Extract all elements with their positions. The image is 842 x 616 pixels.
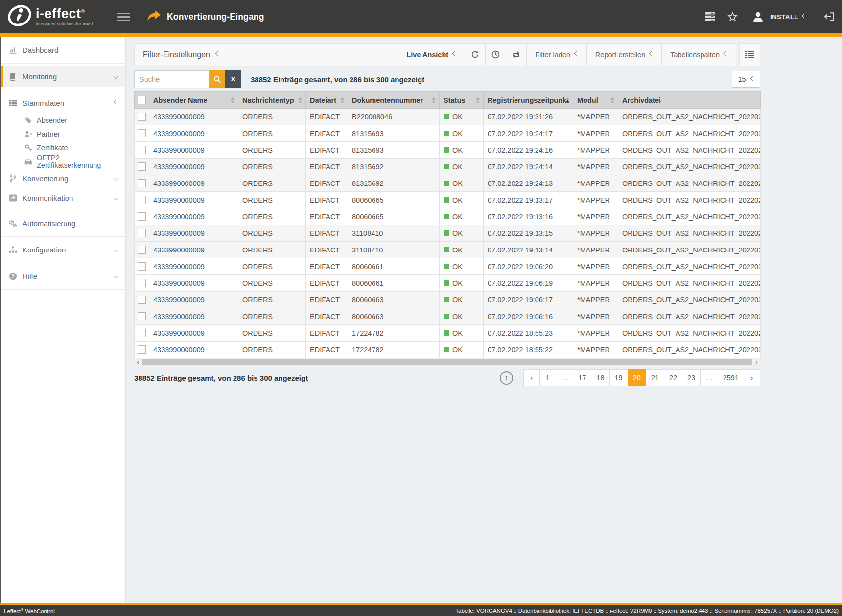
sidebar-item-zertifikate[interactable]: Zertifikate — [1, 141, 125, 155]
cell-registrierungszeitpunkt: 07.02.2022 19:24:13 — [484, 175, 573, 192]
scrollbar-thumb[interactable] — [142, 359, 752, 365]
table-row[interactable]: 4333990000009 ORDERS EDIFACT 81315693 OK… — [135, 142, 761, 159]
question-circle-icon: ? — [8, 272, 17, 281]
pagination-page-button[interactable]: 20 — [628, 369, 646, 386]
column-header-status[interactable]: Status — [440, 92, 484, 109]
sidebar-item-automatisierung[interactable]: Automatisierung — [1, 213, 125, 234]
column-header-modul[interactable]: Modul — [573, 92, 618, 109]
row-checkbox[interactable] — [138, 212, 146, 221]
i-effect-logo[interactable]: i-effect® integrated solutions for IBM i — [7, 3, 111, 30]
column-header-archivdatei[interactable]: Archivdatei — [618, 92, 761, 109]
sidebar-item-dashboard[interactable]: Dashboard — [1, 40, 125, 61]
row-checkbox[interactable] — [138, 229, 146, 237]
table-row[interactable]: 4333990000009 ORDERS EDIFACT 81315692 OK… — [135, 175, 761, 192]
column-header-registrierungszeitpunkt[interactable]: Registrierungszeitpunkt — [484, 92, 573, 109]
sidebar-item-label: Monitoring — [23, 72, 57, 81]
refresh-button[interactable] — [465, 43, 486, 66]
create-report-button[interactable]: Report erstellen — [586, 43, 662, 66]
cell-status: OK — [440, 175, 484, 192]
table-row[interactable]: 4333990000009 ORDERS EDIFACT 17224782 OK… — [135, 325, 761, 342]
sidebar-item-konvertierung[interactable]: Konvertierung — [1, 168, 125, 188]
pagination-page-button[interactable]: 21 — [646, 369, 664, 386]
filter-settings-toggle[interactable]: Filter-Einstellungen — [134, 43, 398, 66]
sidebar-item-monitoring[interactable]: Monitoring — [1, 66, 125, 87]
pagination-page-button[interactable]: 2591 — [718, 369, 744, 386]
scroll-to-top-button[interactable]: ↑ — [500, 371, 513, 385]
row-checkbox[interactable] — [138, 162, 146, 171]
column-header-dateiart[interactable]: Dateiart — [306, 92, 348, 109]
table-row[interactable]: 4333990000009 ORDERS EDIFACT 80060661 OK… — [135, 258, 761, 275]
row-checkbox[interactable] — [138, 246, 146, 254]
user-menu[interactable]: INSTALL — [770, 13, 806, 21]
user-avatar-icon[interactable] — [752, 11, 764, 23]
search-input[interactable] — [134, 70, 209, 88]
table-row[interactable]: 4333990000009 ORDERS EDIFACT 80060661 OK… — [135, 275, 761, 292]
row-checkbox[interactable] — [138, 179, 146, 187]
table-row[interactable]: 4333990000009 ORDERS EDIFACT 80060663 OK… — [135, 308, 761, 325]
row-checkbox[interactable] — [138, 129, 146, 137]
column-header-absender-name[interactable]: Absender Name — [149, 92, 238, 109]
sidebar-item-stammdaten[interactable]: Stammdaten — [1, 92, 125, 114]
scroll-left-arrow[interactable]: ‹ — [134, 358, 141, 365]
clear-search-button[interactable]: × — [225, 70, 241, 88]
row-checkbox[interactable] — [138, 312, 146, 320]
sidebar-item-konfiguration[interactable]: Konfiguration — [1, 239, 125, 260]
row-checkbox[interactable] — [138, 296, 146, 304]
page-size-select[interactable]: 15 — [732, 71, 760, 88]
column-header-nachrichtentyp[interactable]: Nachrichtentyp — [238, 92, 306, 109]
scroll-right-arrow[interactable]: › — [753, 358, 760, 365]
table-row[interactable]: 4333990000009 ORDERS EDIFACT 80060665 OK… — [135, 192, 761, 208]
table-row[interactable]: 4333990000009 ORDERS EDIFACT B220008046 … — [135, 109, 761, 125]
view-list-button[interactable] — [739, 43, 760, 66]
table-columns-button[interactable]: Tabellenspalten — [661, 43, 736, 66]
pagination-page-button[interactable]: 1 — [539, 369, 556, 386]
sidebar-item-absender[interactable]: Absender — [1, 114, 125, 127]
sidebar-item-partner[interactable]: Partner — [1, 127, 125, 141]
cell-absender-name: 4333990000009 — [149, 175, 238, 192]
sidebar-item-hilfe[interactable]: ? Hilfe — [1, 266, 125, 287]
sidebar-item-label: Hilfe — [23, 272, 37, 280]
pagination-page-button[interactable]: … — [556, 369, 574, 386]
pagination-page-button[interactable]: 19 — [609, 369, 628, 386]
server-icon[interactable] — [705, 12, 715, 21]
logout-icon[interactable] — [823, 12, 834, 22]
row-checkbox[interactable] — [138, 345, 146, 354]
table-row[interactable]: 4333990000009 ORDERS EDIFACT 80060663 OK… — [135, 292, 761, 308]
menu-toggle-icon[interactable] — [117, 11, 130, 23]
cell-dokumentennummer: 81315693 — [348, 125, 440, 142]
sidebar-item-oftp2-zertifikatserkennung[interactable]: OFTP2 Zertifikatserkennung — [1, 155, 125, 168]
filter-load-button[interactable]: Filter laden — [526, 43, 587, 66]
pagination-page-button[interactable]: 18 — [591, 369, 609, 386]
cell-modul: *MAPPER — [573, 275, 618, 292]
live-view-button[interactable]: Live Ansicht — [398, 43, 465, 66]
row-checkbox[interactable] — [138, 329, 146, 337]
chevron-down-icon — [114, 100, 118, 105]
pagination-page-button[interactable]: 23 — [682, 369, 701, 386]
select-all-checkbox[interactable] — [138, 96, 146, 104]
favorites-star-icon[interactable] — [727, 12, 738, 22]
row-checkbox[interactable] — [138, 279, 146, 287]
pagination-page-button[interactable]: 17 — [573, 369, 591, 386]
pagination-page-button[interactable]: › — [744, 369, 760, 386]
sidebar-item-kommunikation[interactable]: Kommunikation — [1, 188, 125, 207]
sort-icons — [298, 95, 302, 105]
table-row[interactable]: 4333990000009 ORDERS EDIFACT 17224782 OK… — [135, 342, 761, 358]
row-checkbox[interactable] — [138, 146, 146, 154]
auto-reload-button[interactable] — [506, 43, 527, 66]
row-checkbox[interactable] — [138, 262, 146, 271]
table-row[interactable]: 4333990000009 ORDERS EDIFACT 31108410 OK… — [135, 225, 761, 242]
table-row[interactable]: 4333990000009 ORDERS EDIFACT 81315693 OK… — [135, 125, 761, 142]
table-row[interactable]: 4333990000009 ORDERS EDIFACT 31108410 OK… — [135, 242, 761, 258]
pagination-page-button[interactable]: … — [700, 369, 718, 386]
cell-absender-name: 4333990000009 — [149, 225, 238, 242]
pagination-page-button[interactable]: ‹ — [523, 369, 540, 386]
row-checkbox[interactable] — [138, 113, 146, 121]
row-checkbox[interactable] — [138, 196, 146, 204]
table-row[interactable]: 4333990000009 ORDERS EDIFACT 81315692 OK… — [135, 159, 761, 175]
column-header-dokumentennummer[interactable]: Dokumentennummer — [348, 92, 440, 109]
search-button[interactable] — [209, 70, 225, 88]
history-clock-button[interactable] — [485, 43, 506, 66]
pagination-page-button[interactable]: 22 — [664, 369, 682, 386]
cell-archivdatei: ORDERS_OUT_AS2_NACHRICHT_20220207_1913 — [618, 192, 761, 208]
table-row[interactable]: 4333990000009 ORDERS EDIFACT 80060665 OK… — [135, 208, 761, 225]
